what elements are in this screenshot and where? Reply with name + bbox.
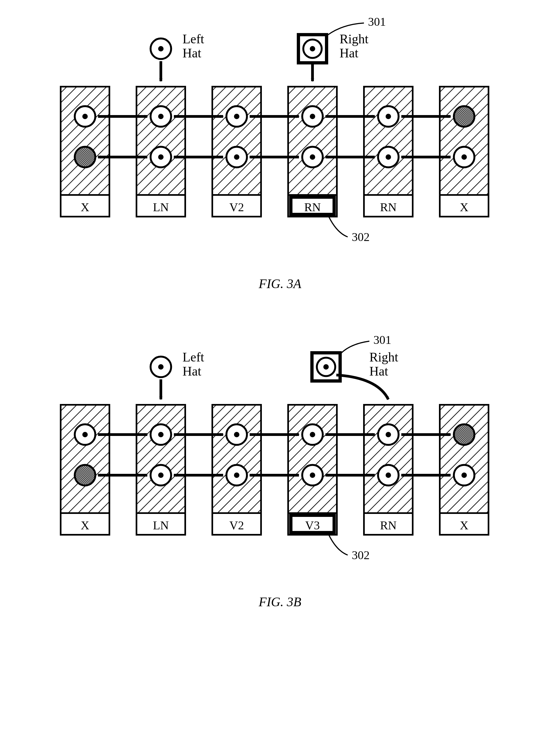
right-hat-icon [298, 35, 326, 81]
box-5: X [440, 405, 488, 535]
leader-line-icon [341, 341, 369, 353]
svg-point-57 [234, 472, 240, 478]
left-hat-label: LeftHat [183, 350, 204, 378]
box-label-3: RN [304, 201, 320, 214]
box-label-4: RN [380, 201, 396, 214]
fig-3a-svg: X LN V2 RN RN [23, 11, 537, 260]
box-5: X [440, 87, 488, 216]
figure-caption-3b: FIG. 3B [11, 594, 549, 609]
box-2: V2 [212, 405, 261, 535]
box-label-4: RN [380, 519, 396, 532]
box-label-5: X [460, 201, 468, 214]
box-label-0: X [81, 519, 89, 532]
svg-point-45 [82, 432, 88, 437]
svg-point-22 [310, 114, 315, 119]
svg-point-49 [158, 432, 164, 437]
leader-line-icon [329, 216, 348, 237]
svg-point-51 [158, 472, 164, 478]
left-hat-icon [151, 357, 171, 399]
svg-point-73 [461, 472, 467, 478]
left-hat-label: LeftHat [183, 32, 204, 60]
svg-point-77 [323, 364, 329, 370]
leader-line-icon [329, 535, 348, 555]
box-2: V2 [212, 87, 261, 216]
box-1: LN [136, 405, 185, 535]
box-1: LN [136, 87, 185, 216]
figure-3a: X LN V2 RN RN [11, 11, 549, 291]
svg-point-28 [386, 114, 391, 119]
svg-point-18 [234, 154, 240, 160]
svg-point-36 [158, 46, 164, 52]
shaded-node-icon [454, 106, 474, 127]
svg-point-63 [310, 472, 315, 478]
svg-point-67 [386, 432, 391, 437]
right-hat-label: RightHat [369, 350, 398, 378]
box-0: X [61, 87, 109, 216]
figure-caption-3a: FIG. 3A [11, 276, 549, 291]
box-0: X [61, 405, 109, 535]
callout-301: 301 [373, 333, 391, 347]
box-3: V3 [288, 405, 337, 535]
right-hat-label: RightHat [340, 32, 369, 60]
svg-point-61 [310, 432, 315, 437]
curved-arrow-icon [336, 375, 388, 399]
box-4: RN [364, 87, 413, 216]
svg-point-75 [158, 364, 164, 370]
svg-point-55 [234, 432, 240, 437]
box-label-5: X [460, 519, 468, 532]
fig-3b-svg: X LN V2 V3 RN [23, 329, 537, 578]
box-label-1: LN [153, 201, 169, 214]
svg-point-38 [310, 46, 315, 52]
svg-point-69 [386, 472, 391, 478]
box-3: RN [288, 87, 337, 216]
svg-point-12 [158, 154, 164, 160]
svg-point-24 [310, 154, 315, 160]
svg-point-10 [158, 114, 164, 119]
left-hat-icon [151, 38, 171, 81]
shaded-node-icon [75, 465, 95, 485]
box-label-3: V3 [305, 519, 320, 532]
box-label-0: X [81, 201, 89, 214]
svg-point-34 [461, 154, 467, 160]
shaded-node-icon [454, 424, 474, 445]
box-label-1: LN [153, 519, 169, 532]
callout-302: 302 [352, 549, 370, 562]
svg-point-6 [82, 114, 88, 119]
svg-point-16 [234, 114, 240, 119]
box-4: RN [364, 405, 413, 535]
box-label-2: V2 [229, 201, 244, 214]
shaded-node-icon [75, 147, 95, 167]
callout-302: 302 [352, 230, 370, 244]
svg-point-30 [386, 154, 391, 160]
box-label-2: V2 [229, 519, 244, 532]
figure-3b: X LN V2 V3 RN [11, 329, 549, 609]
callout-301: 301 [368, 15, 386, 28]
